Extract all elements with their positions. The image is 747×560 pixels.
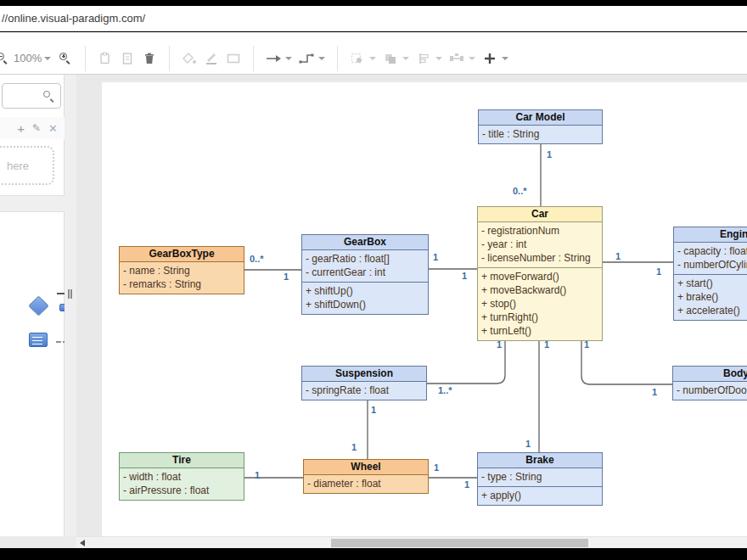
shape-dropzone[interactable]: here <box>0 146 54 185</box>
multiplicity-label: 1 <box>652 387 657 397</box>
multiplicity-label: 1 <box>464 479 469 490</box>
edit-icon[interactable]: ✎ <box>32 122 41 134</box>
align-caret[interactable] <box>435 57 442 60</box>
distribute-icon[interactable] <box>446 48 468 69</box>
class-name: Suspension <box>302 367 426 382</box>
multiplicity-label: 1 <box>547 149 552 160</box>
distribute-caret[interactable] <box>469 57 475 60</box>
class-car-model[interactable]: Car Model- title : String <box>478 109 603 144</box>
class-name: Car <box>478 207 602 222</box>
zoom-out-icon[interactable] <box>0 48 8 69</box>
class-name: GearBoxType <box>120 247 244 262</box>
class-operations: + start()+ brake()+ accelerate() <box>674 274 747 320</box>
multiplicity-label: 1 <box>255 470 260 480</box>
top-black-bar <box>0 0 747 6</box>
class-operations: + shiftUp()+ shiftDown() <box>302 282 428 314</box>
move-caret[interactable] <box>369 57 376 60</box>
search-input[interactable] <box>2 83 61 109</box>
class-attributes: - type : String <box>478 468 602 486</box>
multiplicity-label: 1..* <box>438 385 452 395</box>
horizontal-scrollbar[interactable] <box>76 536 747 548</box>
search-icon <box>43 91 54 102</box>
multiplicity-label: 1 <box>434 462 439 473</box>
class-attributes: - springRate : float <box>302 382 426 400</box>
multiplicity-label: 1 <box>351 442 357 452</box>
arrow-style-caret[interactable] <box>285 57 292 60</box>
note-icon[interactable] <box>116 48 138 69</box>
move-icon[interactable] <box>346 48 368 69</box>
line-color-icon[interactable] <box>200 48 222 69</box>
multiplicity-label: 1 <box>371 405 376 415</box>
trash-icon[interactable] <box>138 48 160 69</box>
gateway-diamond-icon[interactable] <box>25 293 51 318</box>
multiplicity-label: 1 <box>497 339 502 350</box>
multiplicity-label: 1 <box>462 271 467 281</box>
class-body[interactable]: Body- numberOfDoors : int <box>672 366 747 400</box>
scroll-left-icon[interactable] <box>80 540 85 546</box>
class-tire[interactable]: Tire- width : float- airPressure : float <box>119 452 244 501</box>
class-name: Body <box>673 367 747 382</box>
add-shape-icon[interactable] <box>479 48 501 69</box>
browser-url-bar[interactable]: //online.visual-paradigm.com/ <box>0 6 747 31</box>
zoom-in-icon[interactable] <box>54 48 76 69</box>
multiplicity-label: 1 <box>584 339 589 350</box>
class-brake[interactable]: Brake- type : String+ apply() <box>477 452 603 506</box>
class-operations: + moveForward()+ moveBackward()+ stop()+… <box>478 267 602 340</box>
multiplicity-label: 1 <box>656 266 661 277</box>
multiplicity-label: 0..* <box>250 254 264 264</box>
class-gearboxtype[interactable]: GearBoxType- name : String- remarks : St… <box>119 246 244 294</box>
class-attributes: - capacity : float- numberOfCylinders : … <box>674 243 747 274</box>
shape-panel: + ✎ ✕ here <box>0 75 65 548</box>
diagram-canvas[interactable]: Car Model- title : StringCar- registrati… <box>76 75 747 536</box>
class-attributes: - numberOfDoors : int <box>673 382 747 400</box>
zoom-level-caret[interactable] <box>44 57 51 60</box>
class-attributes: - gearRatio : float[]- currentGear : int <box>302 250 428 282</box>
class-attributes: - width : float- airPressure : float <box>120 468 244 500</box>
class-name: Engine <box>674 227 747 243</box>
add-shape-caret[interactable] <box>502 57 508 60</box>
multiplicity-label: 1 <box>433 252 438 262</box>
diagram-abs: Car Model- title : StringCar- registrati… <box>76 75 747 536</box>
url-text[interactable]: //online.visual-paradigm.com/ <box>2 12 145 25</box>
connector-style-caret[interactable] <box>318 57 325 60</box>
multiplicity-label: 0..* <box>513 186 527 196</box>
class-gearbox[interactable]: GearBox- gearRatio : float[]- currentGea… <box>301 234 429 315</box>
class-operations: + apply() <box>478 486 602 505</box>
multiplicity-label: 1 <box>544 339 549 350</box>
shape-style-icon[interactable] <box>222 48 244 69</box>
note-shape-icon[interactable] <box>25 327 51 352</box>
class-wheel[interactable]: Wheel- diameter : float <box>303 459 429 494</box>
multiplicity-label: 1 <box>525 439 531 449</box>
bring-forward-caret[interactable] <box>402 57 409 60</box>
panel-splitter[interactable] <box>65 75 76 548</box>
app-window: //online.visual-paradigm.com/ 100% <box>0 0 747 560</box>
class-attributes: - name : String- remarks : String <box>120 262 244 294</box>
multiplicity-label: 1 <box>284 272 289 282</box>
class-attributes: - title : String <box>479 126 602 143</box>
panel-divider-band <box>0 195 65 212</box>
header-gap <box>0 32 747 42</box>
class-name: GearBox <box>302 235 428 250</box>
class-name: Brake <box>478 453 602 468</box>
paste-icon[interactable] <box>94 48 116 69</box>
zoom-level-value[interactable]: 100% <box>14 52 42 64</box>
class-name: Wheel <box>304 460 428 475</box>
class-suspension[interactable]: Suspension- springRate : float <box>301 366 427 400</box>
arrow-style-icon[interactable] <box>262 48 284 69</box>
close-icon[interactable]: ✕ <box>48 122 58 135</box>
add-icon[interactable]: + <box>17 121 25 136</box>
align-icon[interactable] <box>413 48 435 69</box>
scrollbar-thumb[interactable] <box>331 539 588 547</box>
class-name: Car Model <box>479 110 602 126</box>
bring-forward-icon[interactable] <box>379 48 402 69</box>
dropzone-label: here <box>7 160 29 172</box>
connector-style-icon[interactable] <box>295 48 317 69</box>
class-car[interactable]: Car- registrationNum- year : int- licens… <box>477 206 603 341</box>
class-engine[interactable]: Engine- capacity : float- numberOfCylind… <box>673 227 747 321</box>
class-name: Tire <box>120 453 244 468</box>
class-attributes: - registrationNum- year : int- licenseNu… <box>478 222 602 267</box>
panel-footer <box>0 536 76 548</box>
fill-color-icon[interactable] <box>178 48 200 69</box>
bottom-black-bar <box>0 548 747 560</box>
splitter-grip-icon <box>68 289 72 299</box>
